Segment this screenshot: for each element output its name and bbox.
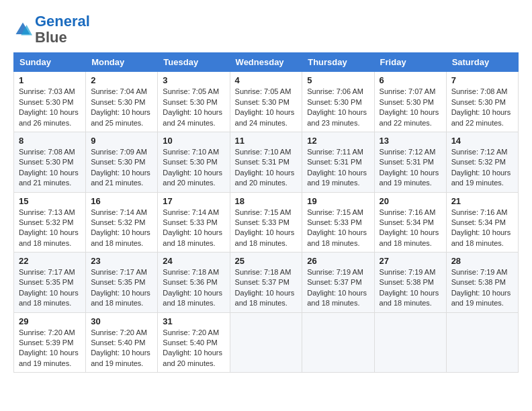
daylight-label: Daylight: 10 hours and 18 minutes. [91,289,150,307]
day-number: 17 [163,196,224,206]
calendar-day-cell: 24 Sunrise: 7:18 AM Sunset: 5:36 PM Dayl… [158,253,230,313]
sunset-label: Sunset: 5:30 PM [307,98,361,106]
daylight-label: Daylight: 10 hours and 23 minutes. [307,108,367,126]
sunset-label: Sunset: 5:30 PM [91,158,145,166]
day-number: 18 [235,196,298,206]
calendar-day-cell: 3 Sunrise: 7:05 AM Sunset: 5:30 PM Dayli… [158,72,230,132]
day-info: Sunrise: 7:15 AM Sunset: 5:33 PM Dayligh… [235,208,298,249]
day-number: 24 [163,256,224,266]
daylight-label: Daylight: 10 hours and 19 minutes. [91,349,150,367]
daylight-label: Daylight: 10 hours and 19 minutes. [380,169,439,187]
day-info: Sunrise: 7:17 AM Sunset: 5:35 PM Dayligh… [91,267,152,309]
sunrise-label: Sunrise: 7:20 AM [91,328,147,336]
sunrise-label: Sunrise: 7:18 AM [235,268,292,276]
day-info: Sunrise: 7:17 AM Sunset: 5:35 PM Dayligh… [19,267,81,309]
day-number: 19 [307,196,369,206]
day-info: Sunrise: 7:12 AM Sunset: 5:32 PM Dayligh… [451,147,513,189]
sunset-label: Sunset: 5:34 PM [451,218,506,226]
sunrise-label: Sunrise: 7:19 AM [307,268,363,276]
calendar-table: SundayMondayTuesdayWednesdayThursdayFrid… [13,52,519,373]
sunrise-label: Sunrise: 7:07 AM [380,87,436,95]
calendar-day-cell: 15 Sunrise: 7:13 AM Sunset: 5:32 PM Dayl… [14,192,86,253]
day-number: 3 [163,75,224,85]
calendar-week-row: 29 Sunrise: 7:20 AM Sunset: 5:39 PM Dayl… [14,312,519,373]
day-info: Sunrise: 7:18 AM Sunset: 5:37 PM Dayligh… [235,267,298,309]
daylight-label: Daylight: 10 hours and 18 minutes. [235,289,295,307]
day-number: 8 [19,136,81,146]
daylight-label: Daylight: 10 hours and 18 minutes. [380,228,439,246]
calendar-day-cell [230,312,302,373]
sunset-label: Sunset: 5:38 PM [380,278,434,286]
sunrise-label: Sunrise: 7:10 AM [235,148,292,156]
day-info: Sunrise: 7:15 AM Sunset: 5:33 PM Dayligh… [307,208,369,249]
logo: GeneralBlue [13,13,90,46]
calendar-day-cell: 14 Sunrise: 7:12 AM Sunset: 5:32 PM Dayl… [446,132,518,192]
weekday-header-cell: Tuesday [158,53,230,72]
sunset-label: Sunset: 5:33 PM [307,218,361,226]
day-info: Sunrise: 7:05 AM Sunset: 5:30 PM Dayligh… [235,87,298,128]
calendar-day-cell: 6 Sunrise: 7:07 AM Sunset: 5:30 PM Dayli… [374,72,446,132]
day-info: Sunrise: 7:12 AM Sunset: 5:31 PM Dayligh… [380,147,441,189]
day-number: 10 [163,136,224,146]
calendar-body: 1 Sunrise: 7:03 AM Sunset: 5:30 PM Dayli… [14,72,519,373]
day-info: Sunrise: 7:19 AM Sunset: 5:38 PM Dayligh… [451,267,513,309]
daylight-label: Daylight: 10 hours and 20 minutes. [163,349,222,367]
calendar-day-cell: 25 Sunrise: 7:18 AM Sunset: 5:37 PM Dayl… [230,253,302,313]
calendar-day-cell [302,312,374,373]
weekday-header-cell: Monday [86,53,158,72]
sunset-label: Sunset: 5:33 PM [163,218,217,226]
day-number: 29 [19,316,81,326]
calendar-day-cell: 2 Sunrise: 7:04 AM Sunset: 5:30 PM Dayli… [86,72,158,132]
day-info: Sunrise: 7:03 AM Sunset: 5:30 PM Dayligh… [19,87,81,128]
day-number: 1 [19,75,81,85]
sunrise-label: Sunrise: 7:15 AM [235,208,292,216]
calendar-day-cell: 13 Sunrise: 7:12 AM Sunset: 5:31 PM Dayl… [374,132,446,192]
day-info: Sunrise: 7:14 AM Sunset: 5:32 PM Dayligh… [91,208,152,249]
day-info: Sunrise: 7:09 AM Sunset: 5:30 PM Dayligh… [91,147,152,189]
calendar-day-cell: 31 Sunrise: 7:20 AM Sunset: 5:40 PM Dayl… [158,312,230,373]
sunset-label: Sunset: 5:35 PM [91,278,145,286]
calendar-day-cell: 20 Sunrise: 7:16 AM Sunset: 5:34 PM Dayl… [374,192,446,253]
day-number: 13 [380,136,441,146]
day-info: Sunrise: 7:16 AM Sunset: 5:34 PM Dayligh… [380,208,441,249]
sunset-label: Sunset: 5:32 PM [19,218,73,226]
calendar-week-row: 15 Sunrise: 7:13 AM Sunset: 5:32 PM Dayl… [14,192,519,253]
sunrise-label: Sunrise: 7:13 AM [19,208,75,216]
calendar-day-cell [446,312,518,373]
sunrise-label: Sunrise: 7:19 AM [380,268,436,276]
day-info: Sunrise: 7:08 AM Sunset: 5:30 PM Dayligh… [451,87,513,128]
daylight-label: Daylight: 10 hours and 25 minutes. [91,108,150,126]
sunset-label: Sunset: 5:31 PM [307,158,361,166]
sunrise-label: Sunrise: 7:04 AM [91,87,147,95]
calendar-day-cell: 9 Sunrise: 7:09 AM Sunset: 5:30 PM Dayli… [86,132,158,192]
day-number: 15 [19,196,81,206]
calendar-day-cell: 8 Sunrise: 7:08 AM Sunset: 5:30 PM Dayli… [14,132,86,192]
daylight-label: Daylight: 10 hours and 24 minutes. [163,108,222,126]
daylight-label: Daylight: 10 hours and 18 minutes. [307,228,367,246]
sunrise-label: Sunrise: 7:19 AM [451,268,508,276]
day-info: Sunrise: 7:07 AM Sunset: 5:30 PM Dayligh… [380,87,441,128]
day-number: 6 [380,75,441,85]
day-info: Sunrise: 7:13 AM Sunset: 5:32 PM Dayligh… [19,208,81,249]
daylight-label: Daylight: 10 hours and 19 minutes. [451,169,511,187]
sunrise-label: Sunrise: 7:10 AM [163,148,219,156]
sunset-label: Sunset: 5:30 PM [451,98,506,106]
sunrise-label: Sunrise: 7:09 AM [91,148,147,156]
daylight-label: Daylight: 10 hours and 19 minutes. [307,169,367,187]
day-number: 14 [451,136,513,146]
day-number: 23 [91,256,152,266]
logo-icon [13,20,32,39]
sunset-label: Sunset: 5:37 PM [235,278,290,286]
calendar-week-row: 1 Sunrise: 7:03 AM Sunset: 5:30 PM Dayli… [14,72,519,132]
sunset-label: Sunset: 5:37 PM [307,278,361,286]
sunrise-label: Sunrise: 7:05 AM [235,87,292,95]
sunrise-label: Sunrise: 7:18 AM [163,268,219,276]
sunrise-label: Sunrise: 7:16 AM [451,208,508,216]
page-header: GeneralBlue [13,13,519,46]
sunset-label: Sunset: 5:30 PM [235,98,290,106]
daylight-label: Daylight: 10 hours and 24 minutes. [235,108,295,126]
sunset-label: Sunset: 5:32 PM [91,218,145,226]
daylight-label: Daylight: 10 hours and 18 minutes. [91,228,150,246]
weekday-header-cell: Friday [374,53,446,72]
day-info: Sunrise: 7:14 AM Sunset: 5:33 PM Dayligh… [163,208,224,249]
